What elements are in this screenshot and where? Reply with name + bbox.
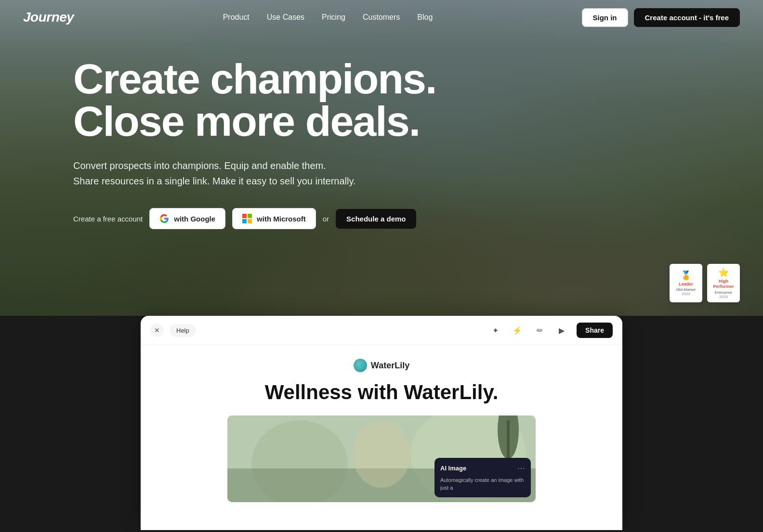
- g2-performer-badge: ⭐ High Performer Enterprise 2023: [707, 264, 740, 302]
- demo-brand-name: WaterLily: [371, 361, 409, 371]
- microsoft-icon: [242, 214, 252, 223]
- navigation: Journey Product Use Cases Pricing Custom…: [0, 0, 763, 35]
- google-icon: [159, 214, 169, 223]
- ai-panel-header: AI Image ⋯: [440, 464, 525, 473]
- demo-pen-icon[interactable]: ✏: [532, 323, 547, 337]
- cta-prefix: Create a free account: [73, 215, 143, 223]
- or-divider: or: [323, 215, 329, 223]
- microsoft-signup-button[interactable]: with Microsoft: [232, 208, 316, 229]
- subtext-line1: Convert prospects into champions. Equip …: [73, 160, 326, 171]
- demo-play-icon[interactable]: ▶: [554, 323, 569, 337]
- demo-sparkle-icon[interactable]: ✦: [488, 323, 502, 337]
- hero-section: Journey Product Use Cases Pricing Custom…: [0, 0, 763, 318]
- demo-page-title: Wellness with WaterLily.: [160, 381, 603, 404]
- headline-line1: Create champions.: [73, 55, 436, 103]
- nav-links: Product Use Cases Pricing Customers Blog: [223, 13, 433, 22]
- nav-blog[interactable]: Blog: [417, 13, 433, 22]
- headline-line2: Close more deals.: [73, 97, 420, 145]
- demo-help-button[interactable]: Help: [170, 324, 196, 337]
- demo-toolbar: ✕ Help ✦ ⚡ ✏ ▶ Share: [141, 316, 622, 345]
- svg-point-4: [353, 420, 410, 488]
- nav-actions: Sign in Create account - it's free: [582, 8, 740, 27]
- waterlily-logo-icon: [354, 359, 367, 372]
- nav-use-cases[interactable]: Use Cases: [267, 13, 304, 22]
- g2-performer-title: High Performer: [709, 279, 738, 289]
- hero-subtext: Convert prospects into champions. Equip …: [73, 158, 436, 189]
- ai-panel-description: Automagically create an image with just …: [440, 477, 525, 492]
- google-button-label: with Google: [174, 215, 215, 223]
- demo-toolbar-right: ✦ ⚡ ✏ ▶ Share: [488, 323, 613, 338]
- create-account-button[interactable]: Create account - it's free: [634, 8, 740, 27]
- g2-leader-sub: Mid-Market: [676, 287, 696, 292]
- hero-headline: Create champions. Close more deals.: [73, 58, 436, 143]
- demo-bolt-icon[interactable]: ⚡: [510, 323, 525, 337]
- g2-badges: 🏅 Leader Mid-Market 2023 ⭐ High Performe…: [670, 264, 740, 302]
- demo-share-button[interactable]: Share: [577, 323, 613, 338]
- microsoft-button-label: with Microsoft: [257, 215, 306, 223]
- g2-performer-icon: ⭐: [718, 267, 729, 278]
- hero-cta-row: Create a free account with Google: [73, 208, 436, 229]
- hero-content: Create champions. Close more deals. Conv…: [73, 58, 436, 229]
- ai-panel-title: AI Image: [440, 465, 466, 472]
- schedule-demo-button[interactable]: Schedule a demo: [336, 209, 416, 229]
- g2-leader-title: Leader: [679, 282, 693, 287]
- demo-panel-wrapper: ✕ Help ✦ ⚡ ✏ ▶ Share WaterLily Wellness …: [0, 316, 763, 530]
- nav-product[interactable]: Product: [223, 13, 250, 22]
- demo-content: WaterLily Wellness with WaterLily.: [141, 345, 622, 516]
- demo-brand: WaterLily: [160, 359, 603, 372]
- google-signup-button[interactable]: with Google: [149, 208, 225, 229]
- g2-performer-sub: Enterprise: [715, 290, 732, 295]
- ai-image-panel: AI Image ⋯ Automagically create an image…: [434, 458, 531, 497]
- g2-leader-icon: 🏅: [681, 270, 691, 281]
- demo-image-area: AI Image ⋯ Automagically create an image…: [227, 415, 536, 502]
- g2-leader-year: 2023: [682, 292, 690, 296]
- demo-panel: ✕ Help ✦ ⚡ ✏ ▶ Share WaterLily Wellness …: [141, 316, 622, 530]
- demo-toolbar-left: ✕ Help: [150, 324, 196, 337]
- g2-leader-badge: 🏅 Leader Mid-Market 2023: [670, 264, 702, 302]
- site-logo[interactable]: Journey: [23, 10, 74, 25]
- nav-customers[interactable]: Customers: [363, 13, 400, 22]
- subtext-line2: Share resources in a single link. Make i…: [73, 176, 356, 186]
- nav-pricing[interactable]: Pricing: [322, 13, 345, 22]
- signin-button[interactable]: Sign in: [582, 8, 628, 27]
- demo-close-button[interactable]: ✕: [150, 324, 164, 337]
- g2-performer-year: 2023: [719, 295, 728, 299]
- ai-panel-menu-dots[interactable]: ⋯: [517, 464, 525, 473]
